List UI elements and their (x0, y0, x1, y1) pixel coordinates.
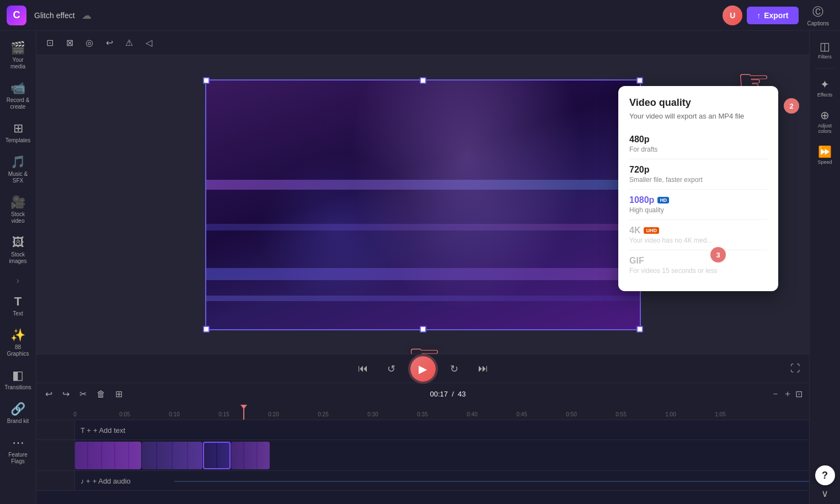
vq-option-720p[interactable]: 720p Smaller file, faster export (629, 159, 767, 190)
vq-option-480p[interactable]: 480p For drafts (629, 129, 767, 159)
stock-video-icon: 🎥 (10, 195, 25, 210)
player-controls: ⏮ ↺ ▶ ↻ ⏭ ⛶ (36, 354, 809, 383)
add-audio-button[interactable]: ♪ + + Add audio (81, 476, 131, 485)
sidebar-label-stock-video: Stock video (4, 211, 32, 224)
ruler-mark-015: 0:15 (218, 411, 229, 417)
vq-option-gif[interactable]: GIF For videos 15 seconds or less (629, 250, 767, 280)
canvas-toolbar: ⊡ ⊠ ◎ ↩ ⚠ ◁ (36, 31, 809, 55)
skip-back-button[interactable]: ⏮ (353, 359, 373, 379)
sidebar-item-brand-kit[interactable]: 🔗 Brand kit (2, 398, 34, 429)
right-tool-filters[interactable]: ◫ Filters (811, 35, 839, 64)
flip-button[interactable]: ◁ (140, 34, 158, 52)
sidebar-expand-button[interactable]: › (14, 274, 22, 288)
captions-button[interactable]: Ⓒ Captions (803, 2, 833, 29)
graphics-icon: ✨ (10, 328, 25, 342)
effects-icon: ✦ (820, 78, 830, 91)
sidebar-item-stock-images[interactable]: 🖼 Stock images (2, 231, 34, 269)
crop-button[interactable]: ⊠ (61, 34, 78, 52)
add-audio-icon: ♪ + (81, 476, 90, 485)
adjust-colors-icon: ⊕ (820, 109, 830, 122)
video-clip-3[interactable] (203, 442, 231, 469)
zoom-out-button[interactable]: － (771, 388, 780, 400)
help-button[interactable]: ? (815, 465, 835, 485)
video-frame (205, 79, 641, 330)
right-tool-effects[interactable]: ✦ Effects (811, 73, 839, 102)
transitions-icon: ◧ (12, 368, 24, 383)
audio-track-waveform (174, 481, 809, 482)
sidebar-label-stock-images: Stock images (4, 251, 32, 265)
timeline-time: 00:17 / 43 (430, 390, 466, 398)
audio-track-label (36, 471, 75, 490)
rewind-button[interactable]: ↺ (382, 359, 402, 379)
vq-option-4k[interactable]: 4K UHD Your video has no 4K med... (629, 220, 767, 250)
vq-option-1080p[interactable]: 1080p HD High quality (629, 190, 767, 220)
captions-icon: Ⓒ (812, 4, 823, 19)
hd-badge: HD (657, 197, 669, 203)
ruler-mark-020: 0:20 (268, 411, 279, 417)
right-tool-speed[interactable]: ⏩ Speed (811, 141, 839, 169)
brand-kit-icon: 🔗 (10, 402, 25, 416)
handle-bottom-left[interactable] (203, 326, 210, 333)
clip-thumbnail-1 (75, 442, 141, 469)
play-button[interactable]: ▶ (410, 356, 436, 382)
sidebar-item-record-create[interactable]: 📹 Record & create (2, 77, 34, 115)
audio-track-row: ♪ + + Add audio (36, 471, 809, 491)
export-button[interactable]: ↑ Export (747, 7, 798, 24)
vq-option-desc-gif: For videos 15 seconds or less (629, 267, 767, 275)
right-tool-adjust-colors[interactable]: ⊕ Adjust colors (811, 104, 839, 138)
fast-forward-button[interactable]: ↻ (445, 359, 464, 379)
video-clips-container (75, 440, 270, 470)
cut-button[interactable]: ✂ (77, 387, 89, 401)
expand-canvas-button[interactable]: ⊡ (41, 34, 58, 52)
music-sfx-icon: 🎵 (10, 155, 25, 169)
sidebar-item-stock-video[interactable]: 🎥 Stock video (2, 191, 34, 229)
undo-canvas-button[interactable]: ↩ (100, 34, 118, 52)
vq-option-desc-720p: Smaller file, faster export (629, 176, 767, 184)
skip-forward-button[interactable]: ⏭ (473, 359, 493, 379)
video-clip-4[interactable] (231, 442, 270, 469)
add-track-button[interactable]: ⊞ (113, 387, 125, 401)
circle-tool-button[interactable]: ◎ (81, 34, 98, 52)
delete-button[interactable]: 🗑 (94, 387, 108, 401)
sidebar-item-your-media[interactable]: 🎬 Your media (2, 36, 34, 74)
handle-top-right[interactable] (636, 77, 643, 84)
sidebar-label-text: Text (13, 310, 23, 317)
sidebar-item-graphics[interactable]: ✨ 88 Graphics (2, 324, 34, 362)
redo-button[interactable]: ↪ (60, 387, 72, 401)
handle-top-left[interactable] (203, 77, 210, 84)
sidebar-item-transitions[interactable]: ◧ Transitions (2, 364, 34, 395)
audio-track-content[interactable]: ♪ + + Add audio (75, 471, 809, 490)
handle-bottom-center[interactable] (420, 326, 426, 333)
ruler-mark-100: 1:00 (665, 411, 676, 417)
video-track-content[interactable] (75, 440, 809, 470)
topbar: C Glitch effect ☁ U ↑ Export Ⓒ Captions (0, 0, 840, 31)
sidebar-item-templates[interactable]: ⊞ Templates (2, 117, 34, 148)
handle-bottom-right[interactable] (636, 326, 643, 333)
handle-top-center[interactable] (420, 77, 426, 84)
sidebar-label-music-sfx: Music & SFX (4, 171, 32, 184)
fit-button[interactable]: ⊡ (795, 389, 802, 399)
vq-subtitle: Your video will export as an MP4 file (629, 112, 767, 120)
sidebar-item-feature-flags[interactable]: ⋯ Feature Flags (2, 431, 34, 469)
vq-option-desc-1080p: High quality (629, 206, 767, 214)
your-media-icon: 🎬 (10, 41, 25, 55)
save-status-icon: ☁ (82, 9, 92, 22)
collapse-button[interactable]: ∨ (821, 487, 828, 500)
warning-button[interactable]: ⚠ (120, 34, 138, 52)
ruler-mark-050: 0:50 (566, 411, 576, 417)
zoom-controls: － ＋ ⊡ (771, 388, 802, 400)
project-title: Glitch effect (34, 11, 75, 20)
add-text-button[interactable]: T + + Add text (81, 426, 125, 434)
text-track-content[interactable]: T + + Add text (75, 420, 809, 439)
export-icon: ↑ (757, 11, 761, 20)
undo-button[interactable]: ↩ (43, 387, 55, 401)
sidebar-item-text[interactable]: T Text (2, 290, 34, 321)
canvas-area[interactable]: Video quality Your video will export as … (36, 55, 809, 354)
sidebar-item-music-sfx[interactable]: 🎵 Music & SFX (2, 151, 34, 189)
video-clip-1[interactable] (75, 442, 141, 469)
zoom-in-button[interactable]: ＋ (783, 388, 792, 400)
video-clip-2[interactable] (142, 442, 202, 469)
fullscreen-button[interactable]: ⛶ (790, 363, 800, 374)
sidebar-label-your-media: Your media (4, 57, 32, 70)
stock-images-icon: 🖼 (12, 235, 24, 250)
